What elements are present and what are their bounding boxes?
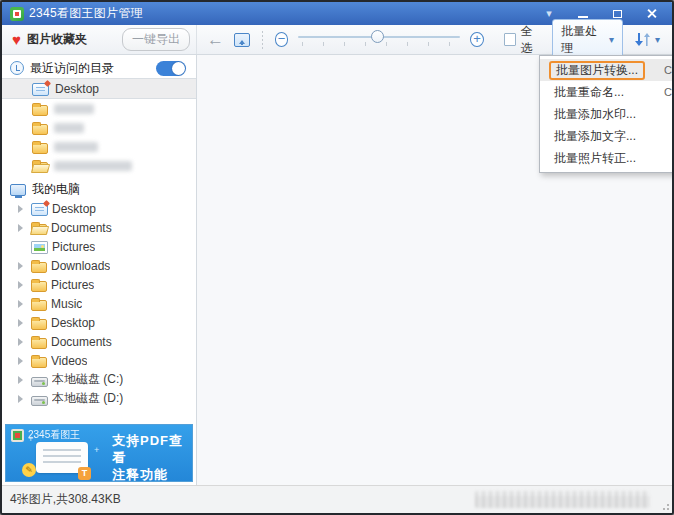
banner-line1: 支持PDF查看 [112,432,192,466]
app-window: 2345看图王图片管理 ▾ ♥ 图片收藏夹 一键导出 ← − + [0,0,674,515]
tree-item[interactable]: Music [2,294,196,313]
item-icon [31,262,47,273]
tree-item[interactable]: 本地磁盘 (C:) [2,370,196,389]
item-icon [32,83,49,96]
item-label: Downloads [51,259,110,273]
recent-item[interactable] [2,137,196,156]
sort-button[interactable]: ▾ [633,30,662,49]
recent-list: Desktop [2,78,196,175]
status-text: 4张图片,共308.43KB [10,491,121,508]
tree-item[interactable]: Desktop [2,313,196,332]
tree-item[interactable]: Desktop [2,199,196,218]
tree-item[interactable]: Documents [2,218,196,237]
blurred-folder-name [54,161,132,171]
tree-item[interactable]: Pictures [2,275,196,294]
expand-arrow-icon[interactable] [18,281,27,289]
item-label: Desktop [51,316,95,330]
expand-arrow-icon[interactable] [18,300,27,308]
export-image-icon[interactable] [234,33,250,47]
sidebar: 最近访问的目录 Desktop 我的电脑 Desktop [2,55,197,485]
watermark-blurred [475,491,650,508]
tree-item[interactable]: Pictures [2,237,196,256]
blurred-folder-name [54,104,94,114]
banner-line2: 注释功能 [112,466,192,482]
item-icon [31,203,48,216]
batch-menu: 批量图片转换... Ct 批量重命名... Ct 批量添加水印... 批量添加文… [539,55,674,173]
separator [262,31,263,49]
expand-arrow-icon[interactable] [18,319,27,327]
select-all-checkbox[interactable] [504,33,516,46]
expand-arrow-icon[interactable] [18,205,27,213]
item-icon [31,241,48,254]
expand-arrow-icon[interactable] [18,224,27,232]
item-icon [31,338,47,349]
recent-item[interactable] [2,118,196,137]
select-all-group[interactable]: 全选 [504,23,542,57]
expand-arrow-icon[interactable] [18,395,27,403]
tree-item[interactable]: Videos [2,351,196,370]
pencil-icon: ✎ [22,463,36,477]
back-icon[interactable]: ← [207,31,224,48]
minimize-icon [578,16,588,18]
item-label: Desktop [55,82,99,96]
recent-toggle-switch[interactable] [156,61,186,76]
recent-header-label: 最近访问的目录 [30,60,114,77]
item-label: Documents [51,221,112,235]
menu-item[interactable]: 批量添加水印... [540,103,674,125]
sparkle-icon: + [28,434,33,444]
expand-arrow-icon[interactable] [18,357,27,365]
menu-item[interactable]: 批量照片转正... [540,147,674,169]
item-icon [31,224,47,235]
item-label: 本地磁盘 (C:) [52,371,123,388]
menu-item-label: 批量图片转换... [549,61,645,80]
item-icon [32,162,48,173]
item-icon [31,396,48,406]
toolbar: ♥ 图片收藏夹 一键导出 ← − + 全选 批量处理 ▾ [2,25,672,55]
recent-header: 最近访问的目录 [2,58,196,78]
menu-item[interactable]: 批量图片转换... Ct [540,59,674,81]
item-label: Music [51,297,82,311]
blurred-folder-name [54,123,84,133]
item-icon [31,357,47,368]
expand-arrow-icon[interactable] [18,262,27,270]
select-all-label: 全选 [521,23,542,57]
item-label: Documents [51,335,112,349]
menu-item-shortcut: Ct [664,59,674,81]
zoom-out-icon[interactable]: − [275,32,289,47]
expand-arrow-icon[interactable] [18,338,27,346]
computer-icon [10,184,26,196]
computer-header-label: 我的电脑 [32,181,80,198]
chevron-down-icon: ▾ [655,35,660,45]
close-icon [646,8,657,19]
recent-item[interactable] [2,99,196,118]
promo-banner[interactable]: 2345看图王 ✎ T + + 支持PDF查看 注释功能 立即下载 [5,424,193,482]
item-label: 本地磁盘 (D:) [52,390,123,407]
item-icon [32,143,48,154]
tree-item[interactable]: Downloads [2,256,196,275]
menu-item[interactable]: 批量重命名... Ct [540,81,674,103]
close-button[interactable] [644,7,658,21]
banner-logo-icon [11,429,24,442]
recent-item[interactable]: Desktop [2,78,196,99]
clock-icon [10,61,24,75]
item-label: Desktop [52,202,96,216]
zoom-slider-handle[interactable] [371,30,384,43]
menu-item-label: 批量重命名... [554,85,624,99]
computer-header: 我的电脑 [2,179,196,199]
one-key-export-button[interactable]: 一键导出 [122,28,190,51]
resize-grip[interactable] [660,501,669,510]
blurred-folder-name [54,142,98,152]
menu-item[interactable]: 批量添加文字... [540,125,674,147]
banner-logo: 2345看图王 [11,428,80,442]
expand-arrow-icon[interactable] [18,376,27,384]
menu-item-label: 批量添加文字... [554,129,636,143]
zoom-in-icon[interactable]: + [470,32,484,47]
item-icon [31,319,47,330]
recent-item[interactable] [2,156,196,175]
tree-item[interactable]: Documents [2,332,196,351]
tree-item[interactable]: 本地磁盘 (D:) [2,389,196,408]
item-icon [32,105,48,116]
sparkle-icon: + [94,445,99,455]
zoom-slider[interactable] [298,30,460,50]
menu-item-label: 批量添加水印... [554,107,636,121]
